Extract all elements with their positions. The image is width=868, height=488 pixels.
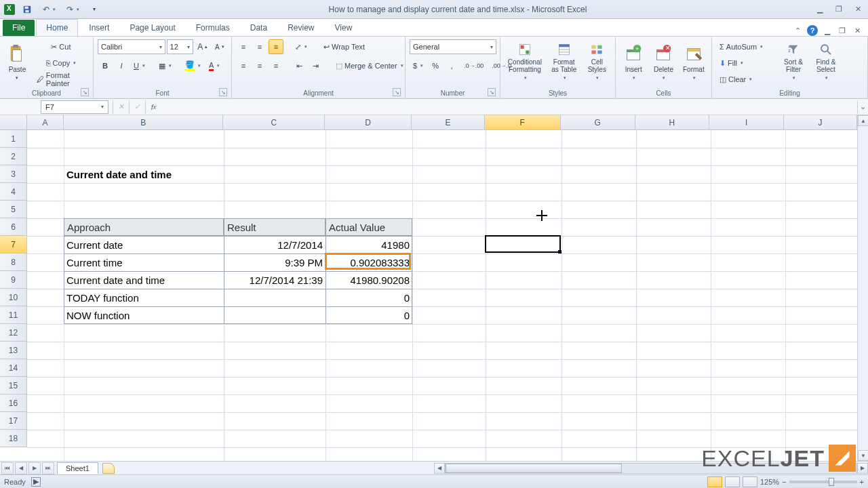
wrap-text-button[interactable]: ↩Wrap Text <box>320 39 388 54</box>
worksheet-grid[interactable]: ABCDEFGHIJ 123456789101112131415161718 C… <box>0 115 868 461</box>
tab-page-layout[interactable]: Page Layout <box>120 20 184 36</box>
conditional-formatting-button[interactable]: Conditional Formatting <box>505 39 545 84</box>
row-header-14[interactable]: 14 <box>0 359 26 377</box>
row-header-1[interactable]: 1 <box>0 130 26 148</box>
column-header-C[interactable]: C <box>223 115 325 129</box>
tab-formulas[interactable]: Formulas <box>186 20 239 36</box>
increase-indent-icon[interactable]: ⇥ <box>308 58 323 73</box>
qat-customize-icon[interactable]: ▾ <box>87 2 102 17</box>
sheet-nav-prev-icon[interactable]: ◀ <box>15 462 27 474</box>
scroll-left-icon[interactable]: ◀ <box>434 463 445 474</box>
new-sheet-icon[interactable] <box>102 463 115 474</box>
font-color-button[interactable]: A <box>205 58 223 73</box>
fill-color-button[interactable]: 🪣 <box>182 58 204 73</box>
horizontal-scrollbar[interactable]: ◀ ▶ <box>434 462 868 474</box>
row-header-18[interactable]: 18 <box>0 430 26 447</box>
page-layout-view-icon[interactable] <box>725 476 740 487</box>
window-close-icon[interactable]: ✕ <box>852 25 863 36</box>
row-header-2[interactable]: 2 <box>0 148 26 165</box>
redo-icon[interactable]: ↷ <box>63 2 83 17</box>
window-min-icon[interactable]: ▁ <box>822 25 833 36</box>
align-left-icon[interactable]: ≡ <box>236 58 251 73</box>
column-header-E[interactable]: E <box>412 115 485 129</box>
format-as-table-button[interactable]: Format as Table <box>548 39 580 84</box>
tab-data[interactable]: Data <box>241 20 277 36</box>
format-cells-button[interactable]: Format <box>680 39 707 84</box>
row-header-6[interactable]: 6 <box>0 218 26 236</box>
autosum-button[interactable]: ΣAutoSum <box>716 39 776 54</box>
row-header-5[interactable]: 5 <box>0 201 26 218</box>
column-header-I[interactable]: I <box>709 115 784 129</box>
row-header-11[interactable]: 11 <box>0 306 26 324</box>
copy-button[interactable]: ⎘Copy <box>33 56 89 70</box>
decrease-indent-icon[interactable]: ⇤ <box>292 58 307 73</box>
enter-formula-icon[interactable]: ✓ <box>129 100 145 114</box>
macro-record-icon[interactable]: ▶ <box>31 477 41 487</box>
font-name-combo[interactable]: Calibri▾ <box>98 39 165 54</box>
number-dialog-launcher[interactable]: ↘ <box>488 88 496 96</box>
zoom-in-icon[interactable]: + <box>860 478 864 486</box>
column-header-H[interactable]: H <box>635 115 710 129</box>
sheet-nav-first-icon[interactable]: ⏮ <box>1 462 14 474</box>
tab-insert[interactable]: Insert <box>79 20 119 36</box>
name-box[interactable]: F7▾ <box>41 100 108 114</box>
tab-view[interactable]: View <box>326 20 362 36</box>
column-header-F[interactable]: F <box>485 115 561 129</box>
bold-button[interactable]: B <box>98 58 113 73</box>
tab-review[interactable]: Review <box>278 20 323 36</box>
decrease-font-icon[interactable]: A▾ <box>212 39 228 54</box>
number-format-combo[interactable]: General▾ <box>410 39 496 54</box>
help-icon[interactable]: ? <box>807 25 818 36</box>
row-header-10[interactable]: 10 <box>0 289 26 306</box>
minimize-ribbon-icon[interactable]: ⌃ <box>792 25 803 36</box>
zoom-out-icon[interactable]: − <box>782 478 786 486</box>
cut-button[interactable]: ✂Cut <box>33 39 89 54</box>
row-header-12[interactable]: 12 <box>0 324 26 342</box>
paste-button[interactable]: Paste ▾ <box>4 39 31 84</box>
scroll-up-icon[interactable]: ▲ <box>858 115 868 126</box>
tab-file[interactable]: File <box>3 20 35 36</box>
column-header-D[interactable]: D <box>325 115 412 129</box>
align-bottom-icon[interactable]: ≡ <box>269 39 283 54</box>
tab-home[interactable]: Home <box>36 19 78 36</box>
minimize-icon[interactable]: ▁ <box>814 4 826 15</box>
row-header-8[interactable]: 8 <box>0 253 26 271</box>
sheet-tab[interactable]: Sheet1 <box>57 462 98 474</box>
row-header-16[interactable]: 16 <box>0 394 26 412</box>
fx-icon[interactable]: fx <box>145 100 161 114</box>
page-break-view-icon[interactable] <box>743 476 757 487</box>
hscroll-thumb[interactable] <box>446 464 622 473</box>
restore-icon[interactable]: ❐ <box>833 4 845 15</box>
insert-cells-button[interactable]: +Insert <box>620 39 647 84</box>
underline-button[interactable]: U <box>130 58 149 73</box>
vertical-scrollbar[interactable]: ▲ ▼ <box>857 115 868 461</box>
window-restore-icon[interactable]: ❐ <box>837 25 848 36</box>
merge-center-button[interactable]: ⬚Merge & Center <box>332 58 408 73</box>
column-header-B[interactable]: B <box>64 115 224 129</box>
scroll-right-icon[interactable]: ▶ <box>857 463 868 474</box>
alignment-dialog-launcher[interactable]: ↘ <box>393 88 401 96</box>
fill-button[interactable]: ⬇Fill <box>716 56 776 70</box>
row-header-3[interactable]: 3 <box>0 165 26 183</box>
row-header-17[interactable]: 17 <box>0 412 26 430</box>
increase-font-icon[interactable]: A▴ <box>195 39 211 54</box>
selected-cell[interactable] <box>485 235 561 253</box>
column-header-J[interactable]: J <box>784 115 857 129</box>
sheet-title[interactable]: Current date and time <box>64 165 224 183</box>
column-header-A[interactable]: A <box>27 115 64 129</box>
sheet-nav-next-icon[interactable]: ▶ <box>28 462 41 474</box>
undo-icon[interactable]: ↶ <box>39 2 59 17</box>
orientation-icon[interactable]: ⤢ <box>292 39 311 54</box>
zoom-level[interactable]: 125% <box>760 478 779 486</box>
row-header-13[interactable]: 13 <box>0 342 26 359</box>
increase-decimal-icon[interactable]: .0→.00 <box>460 58 487 73</box>
close-icon[interactable]: ✕ <box>852 4 864 15</box>
normal-view-icon[interactable] <box>707 476 722 487</box>
formula-input[interactable] <box>161 100 857 114</box>
font-dialog-launcher[interactable]: ↘ <box>219 88 227 96</box>
accounting-format-icon[interactable]: $ <box>410 58 427 73</box>
save-icon[interactable] <box>19 2 35 17</box>
italic-button[interactable]: I <box>114 58 129 73</box>
align-middle-icon[interactable]: ≡ <box>252 39 267 54</box>
row-header-4[interactable]: 4 <box>0 183 26 201</box>
